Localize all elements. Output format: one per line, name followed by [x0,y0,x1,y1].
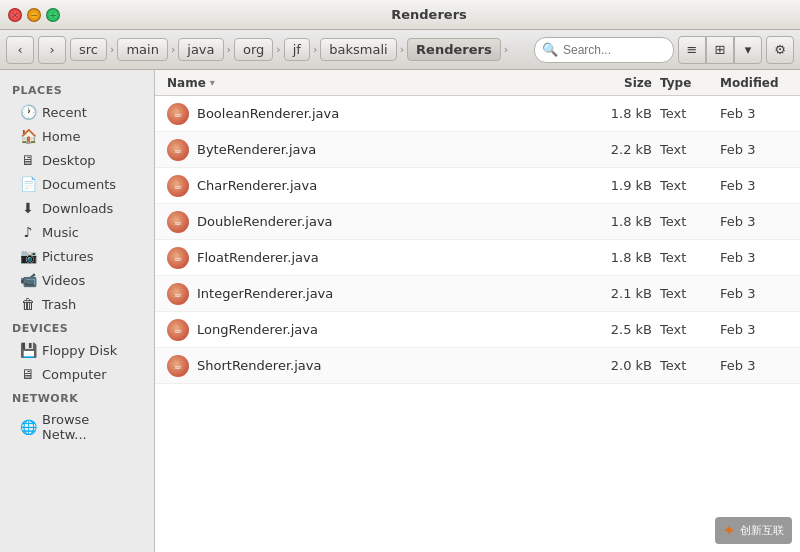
file-name-cell: ☕ ByteRenderer.java [155,139,590,161]
table-row[interactable]: ☕ IntegerRenderer.java 2.1 kB Text Feb 3 [155,276,800,312]
sidebar-label-floppy: Floppy Disk [42,343,117,358]
file-name: BooleanRenderer.java [197,106,339,121]
breadcrumb-baksmali[interactable]: baksmali [320,38,396,61]
table-row[interactable]: ☕ DoubleRenderer.java 1.8 kB Text Feb 3 [155,204,800,240]
file-size: 1.8 kB [590,106,660,121]
breadcrumb-main[interactable]: main [117,38,167,61]
col-header-modified[interactable]: Modified [720,76,800,90]
sidebar-item-documents[interactable]: 📄 Documents [4,172,150,196]
sidebar-item-trash[interactable]: 🗑 Trash [4,292,150,316]
file-modified: Feb 3 [720,250,800,265]
network-header: Network [0,386,154,408]
sidebar: Places 🕐 Recent 🏠 Home 🖥 Desktop 📄 Docum… [0,70,155,552]
pictures-icon: 📷 [20,248,36,264]
main-layout: Places 🕐 Recent 🏠 Home 🖥 Desktop 📄 Docum… [0,70,800,552]
sidebar-item-home[interactable]: 🏠 Home [4,124,150,148]
table-row[interactable]: ☕ CharRenderer.java 1.9 kB Text Feb 3 [155,168,800,204]
titlebar: × − + Renderers [0,0,800,30]
java-file-icon: ☕ [167,103,189,125]
home-icon: 🏠 [20,128,36,144]
breadcrumb-org[interactable]: org [234,38,273,61]
grid-view-button[interactable]: ⊞ [706,36,734,64]
breadcrumb-more[interactable]: › [503,43,509,56]
file-size: 2.0 kB [590,358,660,373]
file-name: ShortRenderer.java [197,358,321,373]
table-row[interactable]: ☕ LongRenderer.java 2.5 kB Text Feb 3 [155,312,800,348]
breadcrumb-sep-1: › [109,43,115,56]
file-modified: Feb 3 [720,178,800,193]
sidebar-label-videos: Videos [42,273,85,288]
sidebar-item-desktop[interactable]: 🖥 Desktop [4,148,150,172]
java-file-icon: ☕ [167,211,189,233]
downloads-icon: ⬇ [20,200,36,216]
desktop-icon: 🖥 [20,152,36,168]
sidebar-item-videos[interactable]: 📹 Videos [4,268,150,292]
col-header-type[interactable]: Type [660,76,720,90]
file-name-cell: ☕ LongRenderer.java [155,319,590,341]
sidebar-item-computer[interactable]: 🖥 Computer [4,362,150,386]
file-type: Text [660,178,720,193]
java-file-icon: ☕ [167,247,189,269]
file-size: 2.5 kB [590,322,660,337]
file-size: 1.8 kB [590,214,660,229]
java-file-icon: ☕ [167,319,189,341]
file-name-cell: ☕ IntegerRenderer.java [155,283,590,305]
breadcrumb-java[interactable]: java [178,38,223,61]
file-type: Text [660,250,720,265]
sidebar-item-pictures[interactable]: 📷 Pictures [4,244,150,268]
file-size: 2.2 kB [590,142,660,157]
places-header: Places [0,78,154,100]
settings-button[interactable]: ⚙ [766,36,794,64]
view-more-button[interactable]: ▾ [734,36,762,64]
back-button[interactable]: ‹ [6,36,34,64]
table-row[interactable]: ☕ FloatRenderer.java 1.8 kB Text Feb 3 [155,240,800,276]
forward-button[interactable]: › [38,36,66,64]
sidebar-item-downloads[interactable]: ⬇ Downloads [4,196,150,220]
network-icon: 🌐 [20,419,36,435]
computer-icon: 🖥 [20,366,36,382]
table-row[interactable]: ☕ ShortRenderer.java 2.0 kB Text Feb 3 [155,348,800,384]
sidebar-item-music[interactable]: ♪ Music [4,220,150,244]
sidebar-label-browse-network: Browse Netw... [42,412,138,442]
col-header-size[interactable]: Size [590,76,660,90]
breadcrumb-sep-6: › [399,43,405,56]
file-size: 1.9 kB [590,178,660,193]
file-name-cell: ☕ FloatRenderer.java [155,247,590,269]
sidebar-label-recent: Recent [42,105,87,120]
music-icon: ♪ [20,224,36,240]
sidebar-item-browse-network[interactable]: 🌐 Browse Netw... [4,408,150,446]
breadcrumb-sep-5: › [312,43,318,56]
sidebar-label-desktop: Desktop [42,153,96,168]
breadcrumb-renderers[interactable]: Renderers [407,38,501,61]
file-size: 2.1 kB [590,286,660,301]
close-button[interactable]: × [8,8,22,22]
file-modified: Feb 3 [720,286,800,301]
window-controls: × − + [8,8,60,22]
file-name: DoubleRenderer.java [197,214,333,229]
search-input[interactable] [534,37,674,63]
file-modified: Feb 3 [720,214,800,229]
file-name-cell: ☕ ShortRenderer.java [155,355,590,377]
sidebar-label-music: Music [42,225,79,240]
sidebar-label-downloads: Downloads [42,201,113,216]
breadcrumb-jf[interactable]: jf [284,38,310,61]
recent-icon: 🕐 [20,104,36,120]
file-name-cell: ☕ CharRenderer.java [155,175,590,197]
sidebar-item-recent[interactable]: 🕐 Recent [4,100,150,124]
table-row[interactable]: ☕ ByteRenderer.java 2.2 kB Text Feb 3 [155,132,800,168]
maximize-button[interactable]: + [46,8,60,22]
breadcrumb-src[interactable]: src [70,38,107,61]
sidebar-label-home: Home [42,129,80,144]
breadcrumb-area: src › main › java › org › jf › baksmali … [70,38,530,61]
file-size: 1.8 kB [590,250,660,265]
breadcrumb-sep-2: › [170,43,176,56]
file-name: LongRenderer.java [197,322,318,337]
minimize-button[interactable]: − [27,8,41,22]
java-file-icon: ☕ [167,283,189,305]
table-row[interactable]: ☕ BooleanRenderer.java 1.8 kB Text Feb 3 [155,96,800,132]
list-view-button[interactable]: ≡ [678,36,706,64]
sidebar-item-floppy[interactable]: 💾 Floppy Disk [4,338,150,362]
col-header-name[interactable]: Name ▾ [155,76,590,90]
floppy-icon: 💾 [20,342,36,358]
sidebar-label-documents: Documents [42,177,116,192]
